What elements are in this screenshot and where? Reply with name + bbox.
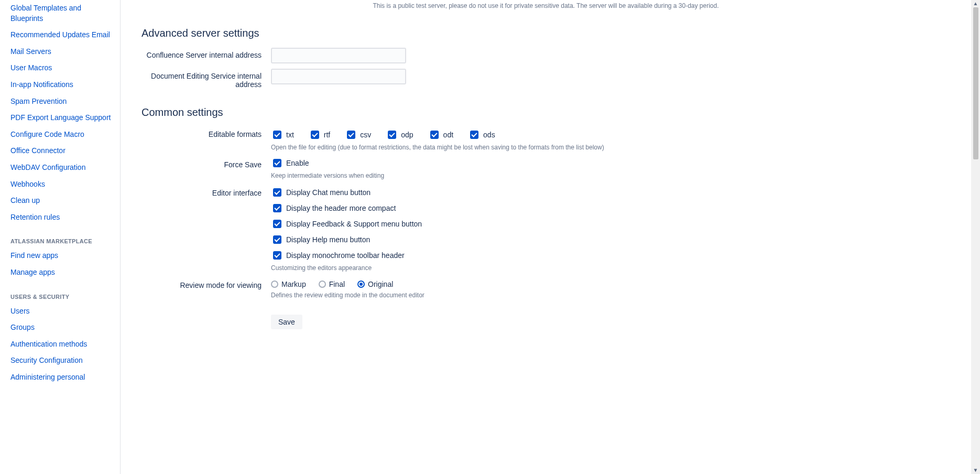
force-save-hint: Keep intermediate versions when editing bbox=[271, 172, 950, 179]
monochrome-toolbar-label: Display monochrome toolbar header bbox=[286, 251, 405, 260]
sidebar-item[interactable]: Security Configuration bbox=[10, 352, 116, 369]
main-content: This is a public test server, please do … bbox=[121, 0, 971, 474]
scroll-down-icon[interactable]: ▼ bbox=[973, 468, 978, 473]
editable-formats-label: Editable formats bbox=[141, 127, 271, 138]
docservice-address-input[interactable] bbox=[271, 69, 406, 84]
display-help-label: Display Help menu button bbox=[286, 235, 370, 244]
review-original-label: Original bbox=[368, 280, 393, 288]
format-ods-checkbox[interactable] bbox=[470, 131, 478, 139]
display-help-checkbox[interactable] bbox=[273, 235, 281, 244]
review-mode-label: Review mode for viewing bbox=[141, 278, 271, 289]
format-ods-label: ods bbox=[483, 131, 495, 139]
sidebar-item[interactable]: WebDAV Configuration bbox=[10, 159, 116, 176]
format-odt-checkbox[interactable] bbox=[430, 131, 439, 139]
monochrome-toolbar-checkbox[interactable] bbox=[273, 251, 281, 260]
sidebar-item[interactable]: Spam Prevention bbox=[10, 93, 116, 110]
editor-interface-hint: Customizing the editors appearance bbox=[271, 264, 950, 272]
format-txt-label: txt bbox=[286, 131, 294, 139]
format-txt-checkbox[interactable] bbox=[273, 131, 281, 139]
editor-interface-label: Editor interface bbox=[141, 186, 271, 197]
force-save-checkbox[interactable] bbox=[273, 159, 281, 167]
display-feedback-label: Display Feedback & Support menu button bbox=[286, 220, 422, 228]
review-final-radio[interactable] bbox=[319, 281, 326, 288]
format-odp-checkbox[interactable] bbox=[388, 131, 396, 139]
review-mode-hint: Defines the review editing mode in the d… bbox=[271, 292, 950, 299]
review-markup-label: Markup bbox=[281, 280, 306, 288]
sidebar-item[interactable]: Find new apps bbox=[10, 247, 116, 264]
advanced-settings-title: Advanced server settings bbox=[141, 27, 950, 39]
sidebar-section-marketplace: ATLASSIAN MARKETPLACE bbox=[10, 238, 116, 244]
sidebar-item[interactable]: Retention rules bbox=[10, 209, 116, 226]
sidebar-item[interactable]: Webhooks bbox=[10, 176, 116, 193]
sidebar: Global Templates and Blueprints Recommen… bbox=[0, 0, 121, 474]
display-chat-label: Display Chat menu button bbox=[286, 188, 371, 197]
sidebar-item[interactable]: Recommended Updates Email bbox=[10, 27, 116, 44]
format-csv-checkbox[interactable] bbox=[347, 131, 355, 139]
review-original-radio[interactable] bbox=[357, 281, 365, 288]
review-markup-radio[interactable] bbox=[271, 281, 278, 288]
scroll-up-icon[interactable]: ▲ bbox=[973, 1, 978, 6]
confluence-address-input[interactable] bbox=[271, 48, 406, 63]
scroll-thumb[interactable] bbox=[973, 7, 978, 159]
display-chat-checkbox[interactable] bbox=[273, 188, 281, 197]
display-feedback-checkbox[interactable] bbox=[273, 220, 281, 228]
format-odt-label: odt bbox=[443, 131, 453, 139]
sidebar-item[interactable]: Global Templates and Blueprints bbox=[10, 0, 116, 27]
sidebar-item[interactable]: Users bbox=[10, 303, 116, 320]
server-notice: This is a public test server, please do … bbox=[141, 0, 950, 27]
sidebar-item[interactable]: PDF Export Language Support bbox=[10, 110, 116, 126]
compact-header-label: Display the header more compact bbox=[286, 204, 396, 212]
sidebar-item[interactable]: In-app Notifications bbox=[10, 77, 116, 93]
sidebar-item[interactable]: Groups bbox=[10, 319, 116, 336]
format-csv-label: csv bbox=[360, 131, 371, 139]
force-save-label: Force Save bbox=[141, 157, 271, 169]
sidebar-item[interactable]: Office Connector bbox=[10, 143, 116, 159]
confluence-address-label: Confluence Server internal address bbox=[141, 48, 271, 59]
scrollbar[interactable]: ▲ ▼ bbox=[971, 0, 980, 474]
sidebar-item[interactable]: Mail Servers bbox=[10, 44, 116, 60]
format-odp-label: odp bbox=[401, 131, 413, 139]
docservice-address-label: Document Editing Service internal addres… bbox=[141, 69, 271, 89]
compact-header-checkbox[interactable] bbox=[273, 204, 281, 212]
format-rtf-label: rtf bbox=[324, 131, 330, 139]
format-rtf-checkbox[interactable] bbox=[311, 131, 319, 139]
sidebar-item[interactable]: Manage apps bbox=[10, 264, 116, 281]
save-button[interactable]: Save bbox=[271, 315, 302, 329]
editable-formats-hint: Open the file for editing (due to format… bbox=[271, 144, 950, 151]
sidebar-section-users-security: USERS & SECURITY bbox=[10, 294, 116, 300]
sidebar-item[interactable]: Configure Code Macro bbox=[10, 126, 116, 143]
sidebar-item[interactable]: Clean up bbox=[10, 192, 116, 209]
force-save-enable-label: Enable bbox=[286, 159, 309, 167]
sidebar-item[interactable]: Authentication methods bbox=[10, 336, 116, 353]
common-settings-title: Common settings bbox=[141, 106, 950, 118]
sidebar-item[interactable]: Administering personal bbox=[10, 369, 116, 386]
review-final-label: Final bbox=[329, 280, 345, 288]
sidebar-item[interactable]: User Macros bbox=[10, 60, 116, 77]
